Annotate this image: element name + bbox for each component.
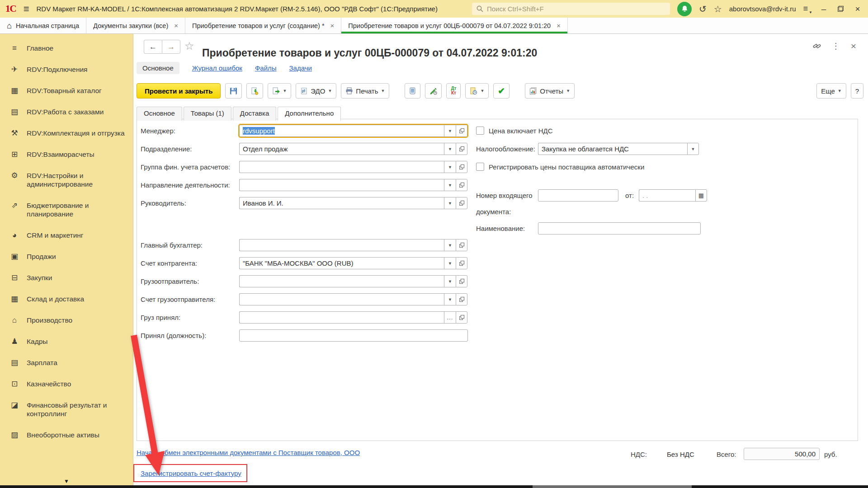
main-menu-icon[interactable]: ≡ (24, 3, 29, 15)
dropdown-button[interactable]: ▼ (444, 293, 456, 305)
get-link-icon[interactable] (813, 42, 821, 50)
minimize-button[interactable]: – (819, 4, 829, 14)
reports-button[interactable]: Отчеты ▼ (525, 83, 575, 99)
create-based-on-button[interactable]: ▼ (268, 83, 291, 99)
open-button[interactable] (456, 239, 467, 251)
incoming-number-input[interactable] (538, 189, 618, 202)
field-input[interactable]: ▼ (239, 239, 467, 251)
nav-files-link[interactable]: Файлы (255, 64, 277, 72)
sidebar-scroll-down-icon[interactable]: ▼ (0, 478, 133, 484)
dropdown-button[interactable]: ▼ (444, 143, 456, 155)
app-tab-1[interactable]: Документы закупки (все)× (86, 18, 185, 33)
edo-button[interactable]: ЭДО ▼ (296, 83, 336, 99)
dropdown-button[interactable]: ▼ (444, 239, 456, 251)
sidebar-item-2[interactable]: ▦RDV:Товарный каталог (0, 80, 133, 101)
app-tab-2[interactable]: Приобретение товаров и услуг (создание) … (185, 18, 341, 33)
notifications-bell-icon[interactable] (677, 2, 692, 16)
document-schedule-button[interactable]: ▼ (465, 83, 489, 99)
dropdown-button[interactable]: ▼ (444, 125, 456, 137)
open-button[interactable] (456, 311, 467, 324)
history-icon[interactable]: ↺ (699, 5, 707, 14)
sidebar-item-7[interactable]: ⇗Бюджетирование и планирование (0, 195, 133, 225)
app-tab-3[interactable]: Приобретение товаров и услуг 00ЦБ-000079… (341, 18, 568, 33)
calendar-icon[interactable]: ▦ (695, 189, 707, 202)
subtab-3[interactable]: Дополнительно (278, 107, 341, 121)
dropdown-button[interactable]: ▼ (444, 161, 456, 173)
print-button[interactable]: Печать ▼ (341, 83, 389, 99)
nav-tasks-link[interactable]: Задачи (289, 64, 312, 72)
check-fill-button[interactable]: ✔ (493, 83, 509, 99)
open-windows-icon[interactable]: ≡▼ (803, 4, 811, 14)
auto-register-prices-checkbox[interactable]: Регистрировать цены поставщика автоматич… (476, 163, 644, 171)
field-input[interactable] (239, 329, 468, 342)
sidebar-item-1[interactable]: ✈RDV:Подключения (0, 59, 133, 80)
global-search-input[interactable]: Поиск Ctrl+Shift+F (472, 3, 670, 15)
close-form-icon[interactable]: × (851, 41, 856, 51)
nav-main-chip[interactable]: Основное (137, 62, 179, 74)
restore-button[interactable] (838, 6, 844, 12)
open-button[interactable] (456, 161, 467, 173)
field-input[interactable]: ▼ (239, 179, 467, 191)
back-button[interactable]: ← (144, 40, 162, 54)
field-input[interactable]: ▼ (239, 161, 467, 173)
debit-credit-button[interactable]: Дт Кт (446, 83, 461, 99)
field-input[interactable]: "БАНК "МБА-МОСКВА" ООО (RUB)▼ (239, 257, 467, 269)
dropdown-button[interactable]: ▼ (444, 179, 456, 191)
close-tab-icon[interactable]: × (330, 22, 335, 29)
sidebar-item-4[interactable]: ⚒RDV:Комплектация и отгрузка (0, 122, 133, 144)
sidebar-item-0[interactable]: ≡Главное (0, 38, 133, 59)
sidebar-item-11[interactable]: ▦Склад и доставка (0, 288, 133, 310)
save-button[interactable] (225, 83, 242, 99)
add-to-favorites-star-icon[interactable]: ☆ (184, 40, 194, 52)
sidebar-item-8[interactable]: ◕CRM и маркетинг (0, 225, 133, 246)
more-actions-button[interactable]: Еще ▼ (816, 83, 846, 99)
subtab-1[interactable]: Товары (1) (184, 107, 231, 121)
taxation-select[interactable]: Закупка не облагается НДС ▼ (538, 143, 699, 155)
post-and-close-button[interactable]: Провести и закрыть (137, 83, 221, 99)
sidebar-item-6[interactable]: ⚙RDV:Настройки и администрирование (0, 165, 133, 195)
field-input[interactable]: rdvsupport▼ (239, 125, 467, 137)
close-tab-icon[interactable]: × (174, 22, 178, 29)
sidebar-item-3[interactable]: ▤RDV:Работа с заказами (0, 101, 133, 122)
open-button[interactable] (456, 197, 467, 209)
close-tab-icon[interactable]: × (557, 22, 561, 29)
field-input[interactable]: ▼ (239, 293, 467, 305)
user-account[interactable]: aborovtsova@rdv-it.ru (729, 5, 796, 13)
open-button[interactable] (456, 125, 467, 137)
edit-timestamp-button[interactable] (425, 83, 442, 99)
open-button[interactable] (456, 275, 467, 287)
sidebar-item-14[interactable]: ▤Зарплата (0, 352, 133, 373)
open-button[interactable] (456, 257, 467, 269)
subtab-0[interactable]: Основное (137, 107, 182, 121)
subtab-2[interactable]: Доставка (233, 107, 276, 121)
post-button[interactable] (246, 83, 263, 99)
sidebar-item-9[interactable]: ▣Продажи (0, 246, 133, 267)
dropdown-button[interactable]: ▼ (444, 275, 456, 287)
sidebar-item-5[interactable]: ⊞RDV:Взаиморасчеты (0, 144, 133, 165)
app-tab-0[interactable]: ⌂Начальная страница (0, 18, 86, 33)
nav-error-log-link[interactable]: Журнал ошибок (192, 64, 242, 72)
dropdown-button[interactable]: ▼ (687, 143, 699, 155)
open-button[interactable] (456, 179, 467, 191)
document-movements-button[interactable] (405, 83, 420, 99)
help-button[interactable]: ? (851, 83, 863, 99)
favorites-star-icon[interactable]: ☆ (714, 5, 722, 14)
field-input[interactable]: Отдел продаж▼ (239, 143, 467, 155)
start-edo-exchange-link[interactable]: Начать обмен электронными документами с … (137, 449, 360, 456)
close-window-button[interactable]: × (853, 4, 863, 14)
field-input[interactable]: ... (239, 311, 467, 324)
sidebar-item-17[interactable]: ▨Внеоборотные активы (0, 424, 133, 446)
field-input[interactable]: Иванов И. И.▼ (239, 197, 467, 209)
ellipsis-button[interactable]: ... (444, 311, 456, 324)
naming-input[interactable] (538, 222, 701, 235)
register-invoice-link[interactable]: Зарегистрировать счет-фактуру (141, 469, 241, 477)
sidebar-item-15[interactable]: ⊡Казначейство (0, 373, 133, 394)
total-amount-field[interactable]: 500,00 (744, 448, 820, 460)
sidebar-item-13[interactable]: ♟Кадры (0, 331, 133, 352)
sidebar-item-12[interactable]: ⌂Производство (0, 310, 133, 331)
sidebar-item-10[interactable]: ⊟Закупки (0, 267, 133, 288)
dropdown-button[interactable]: ▼ (444, 257, 456, 269)
open-button[interactable] (456, 293, 467, 305)
incoming-date-input[interactable]: . . ▦ (639, 189, 707, 202)
field-input[interactable]: ▼ (239, 275, 467, 287)
